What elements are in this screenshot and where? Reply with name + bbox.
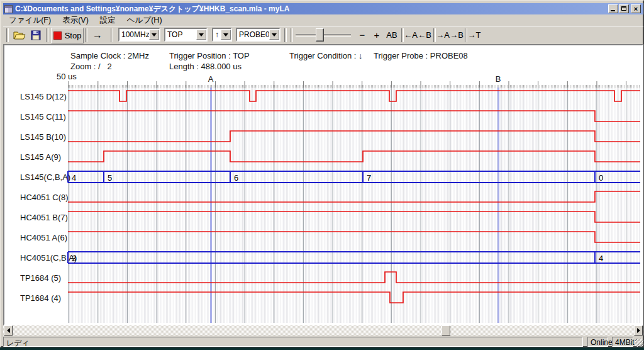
stop-label: Stop — [65, 31, 82, 40]
time-per-div-label: 50 us — [57, 72, 77, 81]
set-marker-b-button[interactable]: ←B — [418, 28, 431, 42]
chevron-down-icon[interactable] — [269, 30, 279, 40]
resize-grip[interactable] — [635, 339, 643, 347]
maximize-icon — [621, 6, 626, 11]
toolbar-separator — [46, 28, 48, 42]
scrollbar-thumb[interactable] — [441, 325, 450, 336]
trigger-position-value: TOP — [165, 30, 196, 39]
zoom-ab-button[interactable]: AB — [384, 28, 400, 42]
chevron-down-icon[interactable] — [149, 30, 159, 40]
close-button[interactable]: × — [631, 4, 641, 13]
channel-label: LS145 A(9) — [20, 152, 61, 162]
chevron-down-icon[interactable] — [221, 30, 231, 40]
channel-label: HC4051 A(6) — [20, 233, 67, 242]
trigger-condition-info: Trigger Condition : ↓ — [289, 51, 363, 60]
zoom-slider-thumb[interactable] — [316, 28, 324, 42]
channel-label: LS145(C,B,A) — [20, 172, 70, 182]
waveform-grid[interactable] — [68, 88, 640, 323]
zoom-slider[interactable] — [296, 28, 352, 42]
menu-view[interactable]: 表示(V) — [57, 14, 94, 26]
window-title: C:¥Documents and Settings¥noname¥デスクトップ¥… — [15, 4, 289, 14]
trigger-probe-value: PROBE00 — [237, 30, 269, 39]
save-floppy-icon — [31, 30, 41, 40]
sample-clock-value: 100MHz — [119, 30, 149, 39]
toolbar: Stop → 100MHz TOP ↑ PROBE00 − + AB — [3, 26, 643, 45]
channel-label: HC4051(C,B,A) — [20, 253, 77, 262]
title-bar[interactable]: C:¥Documents and Settings¥noname¥デスクトップ¥… — [3, 3, 643, 14]
stop-button[interactable]: Stop — [51, 28, 84, 43]
channel-label: LS145 B(10) — [20, 132, 66, 142]
arrow-right-icon — [637, 328, 643, 333]
stop-icon — [53, 31, 62, 40]
marker-b-line[interactable] — [497, 88, 499, 323]
open-folder-icon — [13, 30, 26, 40]
trigger-probe-combo[interactable]: PROBE00 — [236, 28, 280, 42]
minimize-icon — [611, 10, 615, 11]
menu-bar: ファイル(F) 表示(V) 設定 ヘルプ(H) — [3, 14, 643, 26]
arrow-left-icon — [4, 328, 10, 333]
channel-label: HC4051 C(8) — [20, 193, 69, 202]
trigger-probe-info: Trigger Probe : PROBE08 — [374, 51, 468, 60]
sample-clock-info: Sample Clock : 2MHz — [70, 51, 149, 60]
scroll-right-button[interactable] — [634, 325, 643, 336]
marker-a-label: A — [207, 74, 214, 84]
close-icon: × — [631, 4, 640, 13]
menu-help[interactable]: ヘルプ(H) — [121, 14, 168, 26]
zoom-info: Zoom : / 2 — [70, 62, 112, 71]
marker-a-line[interactable] — [210, 88, 212, 323]
channel-label: TP1684 (5) — [20, 273, 61, 283]
channel-label: LS145 D(12) — [20, 92, 67, 101]
save-file-button[interactable] — [28, 28, 43, 43]
app-window: C:¥Documents and Settings¥noname¥デスクトップ¥… — [0, 0, 644, 347]
zoom-out-button[interactable]: − — [355, 28, 369, 42]
toolbar-grip — [291, 28, 293, 42]
trigger-edge-value: ↑ — [213, 30, 221, 39]
open-file-button[interactable] — [12, 28, 27, 43]
minimize-button[interactable] — [608, 4, 618, 13]
marker-b-label: B — [494, 74, 502, 84]
toolbar-grip — [284, 28, 287, 42]
goto-marker-a-button[interactable]: →A — [436, 28, 450, 42]
status-memory: 4MBit — [612, 337, 633, 347]
trigger-position-combo[interactable]: TOP — [164, 28, 208, 42]
horizontal-scrollbar[interactable] — [3, 325, 643, 336]
status-online: Online — [587, 337, 608, 347]
status-ready: レディ — [3, 337, 583, 347]
scroll-left-button[interactable] — [4, 325, 13, 336]
toolbar-grip — [6, 28, 9, 42]
toolbar-separator — [111, 28, 113, 42]
status-bar: レディ Online 4MBit — [3, 336, 643, 347]
maximize-button[interactable] — [619, 4, 629, 13]
menu-file[interactable]: ファイル(F) — [3, 14, 57, 26]
chevron-down-icon[interactable] — [196, 30, 206, 40]
goto-marker-b-button[interactable]: →B — [450, 28, 464, 42]
zoom-in-button[interactable]: + — [370, 28, 384, 42]
app-icon — [4, 5, 13, 13]
trigger-position-info: Trigger Position : TOP — [169, 51, 250, 60]
channel-label: LS145 C(11) — [20, 112, 66, 121]
run-button[interactable]: → — [87, 28, 108, 42]
set-marker-a-button[interactable]: ←A — [404, 28, 418, 42]
goto-trigger-button[interactable]: →T — [467, 28, 481, 42]
channel-label: HC4051 B(7) — [20, 213, 68, 222]
sample-clock-combo[interactable]: 100MHz — [118, 28, 160, 42]
menu-settings[interactable]: 設定 — [94, 14, 121, 26]
trigger-edge-combo[interactable]: ↑ — [212, 28, 232, 42]
length-info: Length : 488.000 us — [169, 62, 242, 71]
channel-label: TP1684 (4) — [20, 293, 61, 303]
